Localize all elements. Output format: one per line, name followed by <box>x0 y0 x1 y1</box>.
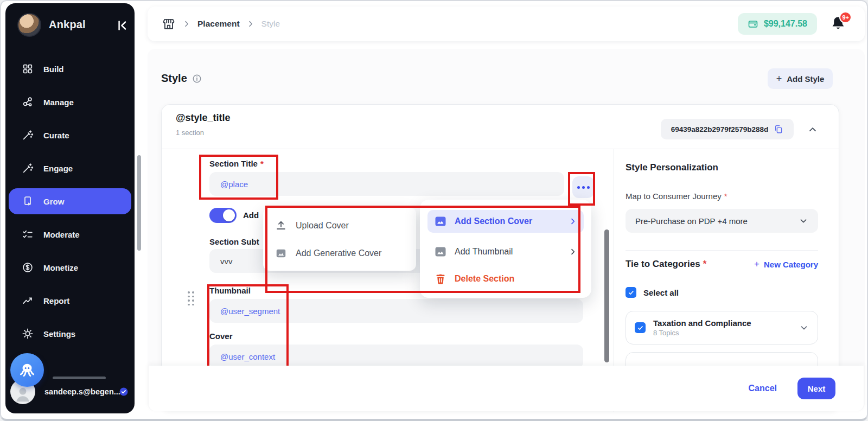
building-icon[interactable] <box>162 17 176 31</box>
section-context-menu: Add Section Cover Add Thumbnail Delete S… <box>420 200 591 298</box>
chevron-up-icon[interactable] <box>807 124 818 135</box>
thumbnail-value: @user_segment <box>220 307 280 316</box>
sidebar-item-label: Grow <box>43 197 64 206</box>
card-header-divider <box>162 149 839 149</box>
breadcrumb-placement[interactable]: Placement <box>197 19 240 29</box>
personalization-title: Style Personalization <box>626 162 718 173</box>
section-title-input[interactable]: @place <box>209 172 564 196</box>
sidebar-item-monetize[interactable]: Monetize <box>9 254 131 280</box>
sidebar-item-settings[interactable]: Settings <box>9 321 131 347</box>
category-text: Taxation and Compliance 8 Topics <box>653 318 751 337</box>
card-scrollbar[interactable] <box>604 229 609 362</box>
image-icon <box>434 215 447 228</box>
grid-icon <box>22 63 34 75</box>
footer-bar: Cancel Next <box>149 366 864 411</box>
ellipsis-icon <box>582 186 585 189</box>
sidebar-item-label: Manage <box>43 98 74 107</box>
category-name: Taxation and Compliance <box>653 318 751 328</box>
sidebar-item-grow[interactable]: Grow <box>9 188 131 214</box>
sidebar-item-build[interactable]: Build <box>9 56 131 82</box>
journey-select[interactable]: Pre-Purchase on PDP +4 more <box>626 209 818 233</box>
cover-label: Cover <box>209 331 233 341</box>
cover-submenu: Upload Cover Add Generative Cover <box>263 207 416 271</box>
required-asterisk: * <box>724 192 727 201</box>
section-subtitle-value: vvv <box>220 257 233 266</box>
copy-icon[interactable] <box>774 124 783 134</box>
brand-name: Ankpal <box>49 18 86 31</box>
page-title-text: Style <box>161 72 187 85</box>
notifications-button[interactable]: 9+ <box>830 15 846 33</box>
cancel-button[interactable]: Cancel <box>749 384 777 393</box>
style-id-pill: 69439a822b2979f2579b288d <box>661 119 794 139</box>
person-icon <box>12 384 34 404</box>
sidebar-item-label: Build <box>43 65 64 74</box>
select-all-label: Select all <box>643 288 679 297</box>
cover-value: @user_context <box>220 352 275 361</box>
plus-icon: + <box>776 73 782 85</box>
style-card-title: @style_title <box>176 112 231 124</box>
menu-item-label: Delete Section <box>455 274 577 284</box>
new-category-button[interactable]: + New Category <box>754 259 818 270</box>
section-more-button[interactable] <box>572 176 594 198</box>
personalization-divider <box>626 250 818 251</box>
menu-item-label: Add Generative Cover <box>296 248 381 258</box>
info-icon[interactable] <box>192 74 202 84</box>
section-title-value: @place <box>220 180 248 189</box>
image-icon <box>275 247 287 259</box>
chevron-down-icon[interactable] <box>799 323 809 333</box>
sidebar: Ankpal Build Manage Curate Engage Grow M… <box>5 3 135 413</box>
sidebar-item-label: Engage <box>43 164 73 173</box>
next-button[interactable]: Next <box>797 378 835 399</box>
section-subtitle-label: Section Subt <box>209 237 259 246</box>
collapse-left-icon[interactable] <box>115 18 129 33</box>
drag-handle[interactable] <box>188 291 194 305</box>
category-card[interactable]: Taxation and Compliance 8 Topics <box>626 311 818 345</box>
section-title-label-text: Section Title <box>209 159 258 168</box>
page-scrollbar[interactable] <box>137 155 141 251</box>
sidebar-scrollbar[interactable] <box>53 377 106 379</box>
required-asterisk: * <box>703 259 707 269</box>
add-subtitle-toggle[interactable] <box>209 208 237 223</box>
categories-header: Tie to Categories* + New Category <box>626 259 818 270</box>
chevron-right-icon <box>246 20 255 28</box>
categories-title: Tie to Categories* <box>626 259 706 270</box>
sidebar-item-moderate[interactable]: Moderate <box>9 221 131 247</box>
sidebar-item-label: Report <box>43 296 69 305</box>
required-asterisk: * <box>260 159 264 168</box>
menu-item-delete-section[interactable]: Delete Section <box>427 267 584 290</box>
thumbnail-input[interactable]: @user_segment <box>209 299 583 323</box>
brand-avatar[interactable] <box>17 13 41 37</box>
app-window: Ankpal Build Manage Curate Engage Grow M… <box>0 0 868 421</box>
select-all-checkbox[interactable] <box>626 287 636 298</box>
sidebar-item-label: Curate <box>43 131 69 140</box>
menu-item-add-generative-cover[interactable]: Add Generative Cover <box>263 244 416 263</box>
add-style-button[interactable]: + Add Style <box>768 68 833 89</box>
assistant-octopus-button[interactable] <box>10 353 44 387</box>
cover-input[interactable]: @user_context <box>209 345 583 368</box>
chevron-right-icon <box>569 247 577 256</box>
menu-item-label: Add Thumbnail <box>455 247 561 257</box>
sidebar-item-label: Moderate <box>43 230 80 239</box>
section-title-label: Section Title* <box>209 159 264 168</box>
category-checkbox[interactable] <box>635 322 646 333</box>
add-style-label: Add Style <box>787 74 824 84</box>
verified-badge-icon <box>118 386 129 397</box>
sidebar-item-curate[interactable]: Curate <box>9 122 131 148</box>
wallet-balance[interactable]: $99,147.58 <box>738 13 817 35</box>
thumbnail-label: Thumbnail <box>209 286 251 295</box>
plus-icon: + <box>754 259 760 270</box>
wallet-icon <box>748 18 758 29</box>
nodes-icon <box>22 96 34 108</box>
menu-item-add-section-cover[interactable]: Add Section Cover <box>427 210 584 233</box>
sidebar-item-engage[interactable]: Engage <box>9 155 131 181</box>
menu-item-add-thumbnail[interactable]: Add Thumbnail <box>427 240 584 263</box>
wallet-amount: $99,147.58 <box>764 19 807 29</box>
menu-item-upload-cover[interactable]: Upload Cover <box>263 216 416 235</box>
user-email[interactable]: sandeep.s@begen... <box>44 387 120 396</box>
gear-icon <box>22 328 34 340</box>
ellipsis-icon <box>587 186 590 189</box>
magic-wand-icon <box>22 129 34 141</box>
sidebar-item-report[interactable]: Report <box>9 288 131 314</box>
sidebar-item-manage[interactable]: Manage <box>9 89 131 115</box>
topbar: Placement Style $99,147.58 9+ <box>148 7 865 41</box>
